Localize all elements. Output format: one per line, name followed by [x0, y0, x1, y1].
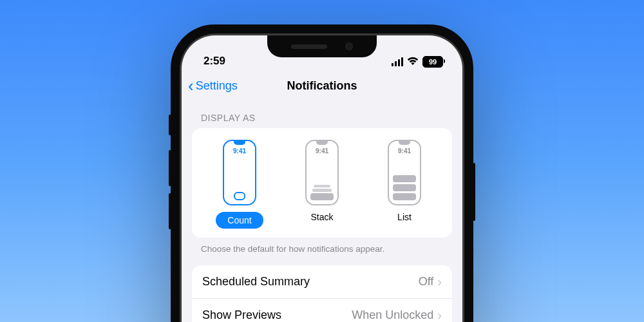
notch	[267, 35, 377, 57]
count-preview-icon: 9:41	[223, 140, 256, 205]
battery-indicator: 99	[422, 56, 443, 68]
row-scheduled-summary[interactable]: Scheduled Summary Off ›	[192, 265, 452, 299]
screen: 2:59 99 ‹ Settings	[182, 35, 462, 322]
display-as-card: 9:41 Count 9:41 Stack	[192, 128, 452, 238]
status-time: 2:59	[204, 55, 225, 68]
iphone-frame: 2:59 99 ‹ Settings	[171, 24, 473, 322]
silent-switch	[169, 115, 171, 135]
section-header-display-as: DISPLAY AS	[182, 101, 462, 128]
option-label-count: Count	[216, 212, 263, 229]
stack-preview-icon: 9:41	[305, 140, 339, 205]
row-show-previews[interactable]: Show Previews When Unlocked ›	[192, 299, 452, 322]
row-value: When Unlocked	[352, 308, 433, 322]
wifi-icon	[407, 57, 419, 68]
row-value: Off	[419, 275, 434, 289]
row-title: Scheduled Summary	[202, 275, 310, 289]
volume-down-button	[169, 193, 171, 229]
option-label-stack: Stack	[310, 212, 333, 222]
back-label: Settings	[196, 79, 238, 93]
settings-list: Scheduled Summary Off › Show Previews Wh…	[192, 265, 452, 322]
chevron-right-icon: ›	[437, 274, 442, 289]
chevron-right-icon: ›	[437, 308, 442, 322]
option-label-list: List	[397, 212, 412, 222]
chevron-left-icon: ‹	[188, 77, 194, 94]
display-option-count[interactable]: 9:41 Count	[204, 140, 275, 229]
volume-up-button	[169, 150, 171, 186]
row-title: Show Previews	[202, 308, 281, 322]
list-preview-icon: 9:41	[388, 140, 421, 205]
power-button	[473, 163, 475, 221]
navigation-bar: ‹ Settings Notifications	[182, 70, 462, 101]
display-option-list[interactable]: 9:41 List	[369, 140, 440, 229]
display-option-stack[interactable]: 9:41 Stack	[287, 140, 357, 229]
back-button[interactable]: ‹ Settings	[188, 77, 238, 94]
cellular-signal-icon	[392, 57, 403, 66]
section-footer-display-as: Choose the default for how notifications…	[182, 238, 462, 265]
